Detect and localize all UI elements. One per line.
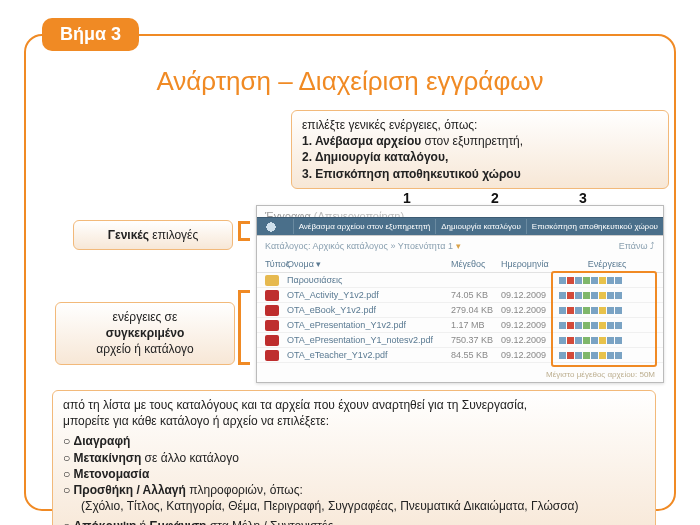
row-actions — [559, 352, 655, 359]
file-name[interactable]: OTA_eBook_Y1v2.pdf — [287, 305, 451, 315]
action-icon[interactable] — [575, 352, 582, 359]
action-icon[interactable] — [583, 322, 590, 329]
storage-overview-link[interactable]: Επισκόπηση αποθηκευτικού χώρου — [526, 219, 663, 234]
action-icon[interactable] — [615, 337, 622, 344]
file-name[interactable]: OTA_ePresentation_Y1v2.pdf — [287, 320, 451, 330]
action-icon[interactable] — [559, 307, 566, 314]
folder-icon — [265, 275, 279, 286]
th-date[interactable]: Ημερομηνία — [501, 259, 559, 269]
action-icon[interactable] — [591, 292, 598, 299]
action-icon[interactable] — [615, 352, 622, 359]
table-row[interactable]: OTA_eTeacher_Y1v2.pdf84.55 KB09.12.2009 — [257, 348, 663, 363]
action-icon[interactable] — [583, 337, 590, 344]
file-date: 09.12.2009 — [501, 290, 559, 300]
action-icon[interactable] — [607, 352, 614, 359]
action-icon[interactable] — [591, 277, 598, 284]
action-icon[interactable] — [583, 352, 590, 359]
row-actions — [559, 322, 655, 329]
action-icon[interactable] — [567, 277, 574, 284]
row-actions — [559, 337, 655, 344]
table-header: Τύπος Όνομα ▾ Μέγεθος Ημερομηνία Ενέργει… — [257, 256, 663, 273]
callout-general-actions: επιλέξτε γενικές ενέργειες, όπως: 1. Ανέ… — [291, 110, 669, 189]
page-title: Ανάρτηση – Διαχείριση εγγράφων — [0, 66, 700, 97]
action-icon[interactable] — [567, 337, 574, 344]
action-icon[interactable] — [599, 277, 606, 284]
pdf-icon — [265, 305, 279, 316]
callout-general-options: Γενικές επιλογές — [73, 220, 233, 250]
action-icon[interactable] — [559, 352, 566, 359]
action-icon[interactable] — [575, 337, 582, 344]
th-name[interactable]: Όνομα ▾ — [287, 259, 451, 269]
action-icon[interactable] — [599, 322, 606, 329]
file-name[interactable]: OTA_ePresentation_Y1_notesv2.pdf — [287, 335, 451, 345]
bracket-icon — [238, 221, 250, 241]
pdf-icon — [265, 290, 279, 301]
table-row[interactable]: Παρουσιάσεις — [257, 273, 663, 288]
action-icon[interactable] — [607, 322, 614, 329]
pdf-icon — [265, 320, 279, 331]
table-row[interactable]: OTA_ePresentation_Y1_notesv2.pdf750.37 K… — [257, 333, 663, 348]
file-name[interactable]: OTA_Activity_Y1v2.pdf — [287, 290, 451, 300]
file-size: 74.05 KB — [451, 290, 501, 300]
gear-icon[interactable] — [263, 219, 279, 235]
action-icon[interactable] — [591, 337, 598, 344]
action-icon[interactable] — [567, 352, 574, 359]
row-actions — [559, 277, 655, 284]
file-name[interactable]: Παρουσιάσεις — [287, 275, 451, 285]
row-actions — [559, 307, 655, 314]
table-row[interactable]: OTA_eBook_Y1v2.pdf279.04 KB09.12.2009 — [257, 303, 663, 318]
action-icon[interactable] — [575, 322, 582, 329]
file-name[interactable]: OTA_eTeacher_Y1v2.pdf — [287, 350, 451, 360]
action-icon[interactable] — [591, 307, 598, 314]
action-icon[interactable] — [575, 277, 582, 284]
callout-item-operations: από τη λίστα με τους καταλόγους και τα α… — [52, 390, 656, 525]
action-icon[interactable] — [615, 292, 622, 299]
up-link[interactable]: Επάνω ⤴ — [619, 241, 655, 251]
file-size: 84.55 KB — [451, 350, 501, 360]
action-icon[interactable] — [615, 322, 622, 329]
action-icon[interactable] — [575, 307, 582, 314]
table-row[interactable]: OTA_Activity_Y1v2.pdf74.05 KB09.12.2009 — [257, 288, 663, 303]
action-icon[interactable] — [615, 277, 622, 284]
action-icon[interactable] — [567, 307, 574, 314]
file-size: 279.04 KB — [451, 305, 501, 315]
action-icon[interactable] — [583, 307, 590, 314]
max-size-note: Μέγιστο μέγεθος αρχείου: 50M — [546, 370, 655, 379]
action-icon[interactable] — [599, 352, 606, 359]
action-icon[interactable] — [607, 277, 614, 284]
breadcrumb: Κατάλογος: Αρχικός κατάλογος » Υποενότητ… — [257, 236, 663, 256]
action-icon[interactable] — [591, 352, 598, 359]
action-icon[interactable] — [567, 292, 574, 299]
action-icon[interactable] — [599, 307, 606, 314]
upload-link[interactable]: Ανέβασμα αρχείου στον εξυπηρετητή — [293, 219, 436, 234]
action-icon[interactable] — [559, 292, 566, 299]
panel-header: 123 Έγγραφα (Απενεργοποίηση) Ανέβασμα αρ… — [257, 206, 663, 236]
callout-line: 1. Ανέβασμα αρχείου στον εξυπηρετητή, — [302, 133, 658, 149]
step-badge: Βήμα 3 — [42, 18, 139, 51]
action-icon[interactable] — [559, 337, 566, 344]
action-icon[interactable] — [575, 292, 582, 299]
crumb-marker-icon: ▾ — [456, 241, 461, 251]
action-icon[interactable] — [583, 292, 590, 299]
action-icon[interactable] — [607, 337, 614, 344]
pdf-icon — [265, 335, 279, 346]
table-row[interactable]: OTA_ePresentation_Y1v2.pdf1.17 MB09.12.2… — [257, 318, 663, 333]
create-folder-link[interactable]: Δημιουργία καταλόγου — [435, 219, 526, 234]
action-icon[interactable] — [607, 292, 614, 299]
file-date: 09.12.2009 — [501, 350, 559, 360]
action-icon[interactable] — [583, 277, 590, 284]
action-icon[interactable] — [559, 277, 566, 284]
action-icon[interactable] — [599, 292, 606, 299]
action-icon[interactable] — [599, 337, 606, 344]
action-icon[interactable] — [591, 322, 598, 329]
action-icon[interactable] — [567, 322, 574, 329]
callout-line: επιλέξτε γενικές ενέργειες, όπως: — [302, 117, 658, 133]
action-icon[interactable] — [607, 307, 614, 314]
file-size: 1.17 MB — [451, 320, 501, 330]
action-icon[interactable] — [559, 322, 566, 329]
th-size[interactable]: Μέγεθος — [451, 259, 501, 269]
row-actions — [559, 292, 655, 299]
th-actions: Ενέργειες — [559, 259, 655, 269]
th-type[interactable]: Τύπος — [265, 259, 287, 269]
action-icon[interactable] — [615, 307, 622, 314]
